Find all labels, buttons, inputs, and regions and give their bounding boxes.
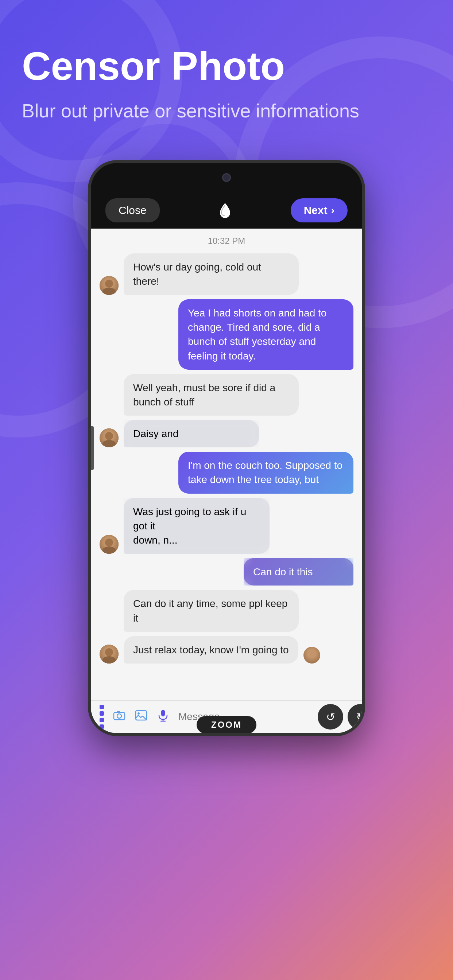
table-row: How's ur day going, cold out there! [100, 253, 353, 295]
undo-button[interactable]: ↺ [318, 704, 343, 730]
table-row: Can do it any time, some ppl keep it [100, 590, 353, 632]
undo-redo-container: ↺ ↻ [318, 704, 365, 730]
front-camera [222, 173, 231, 182]
message-bubble-blurred: Was just going to ask if u got itdown, n… [124, 498, 270, 554]
svg-rect-2 [117, 711, 120, 713]
phone-top-bar [91, 163, 362, 192]
svg-point-4 [137, 713, 140, 714]
message-bubble: Yea I had shorts on and had to change. T… [179, 299, 353, 370]
svg-point-1 [117, 714, 121, 718]
phone-container: Close Next › 10:32 PM How's ur da [0, 160, 453, 736]
small-avatar [303, 647, 320, 663]
message-bubble: I'm on the couch too. Supposed to take d… [179, 452, 353, 493]
table-row: Just relax today, know I'm going to [100, 636, 353, 663]
zoom-indicator: ZOOM [196, 716, 257, 733]
side-handle [91, 426, 94, 470]
avatar [100, 276, 118, 295]
phone-bottom-bar: ↺ ↻ ZOOM [91, 700, 362, 733]
message-bubble-blurred: Can do it this [244, 558, 353, 585]
app-toolbar: Close Next › [91, 192, 362, 229]
table-row: Can do it this [100, 558, 353, 585]
next-label: Next [304, 204, 327, 216]
avatar [100, 535, 118, 554]
microphone-icon[interactable] [156, 709, 170, 725]
message-bubble: How's ur day going, cold out there! [124, 253, 299, 295]
table-row: Well yeah, must be sore if did a bunch o… [100, 374, 353, 415]
svg-rect-5 [161, 710, 165, 716]
redo-button[interactable]: ↻ [348, 704, 365, 730]
table-row: Yea I had shorts on and had to change. T… [100, 299, 353, 370]
chat-area: 10:32 PM How's ur day going, cold out th… [91, 229, 362, 700]
apps-icon[interactable] [100, 705, 104, 729]
droplet-icon [219, 202, 231, 218]
message-bubble: Well yeah, must be sore if did a bunch o… [124, 374, 299, 415]
page-subtitle: Blur out private or sensitive informatio… [22, 99, 431, 124]
next-chevron: › [331, 205, 335, 216]
messages-container: How's ur day going, cold out there! Yea … [91, 250, 362, 667]
image-icon[interactable] [135, 709, 148, 725]
table-row: Was just going to ask if u got itdown, n… [100, 498, 353, 554]
close-button[interactable]: Close [105, 198, 160, 223]
next-button[interactable]: Next › [291, 198, 348, 223]
chat-timestamp: 10:32 PM [91, 229, 362, 250]
header-section: Censor Photo Blur out private or sensiti… [0, 0, 453, 145]
camera-icon[interactable] [113, 709, 126, 725]
table-row: Daisy and [100, 420, 353, 447]
avatar [100, 644, 118, 663]
message-bubble: Can do it any time, some ppl keep it [124, 590, 299, 632]
droplet-icon-container [215, 201, 234, 220]
phone-mockup: Close Next › 10:32 PM How's ur da [88, 160, 365, 736]
message-bubble: Just relax today, know I'm going to [124, 636, 298, 663]
table-row: I'm on the couch too. Supposed to take d… [100, 452, 353, 493]
avatar [100, 428, 118, 447]
page-title: Censor Photo [22, 44, 431, 88]
message-bubble-blurred: Daisy and [124, 420, 259, 447]
